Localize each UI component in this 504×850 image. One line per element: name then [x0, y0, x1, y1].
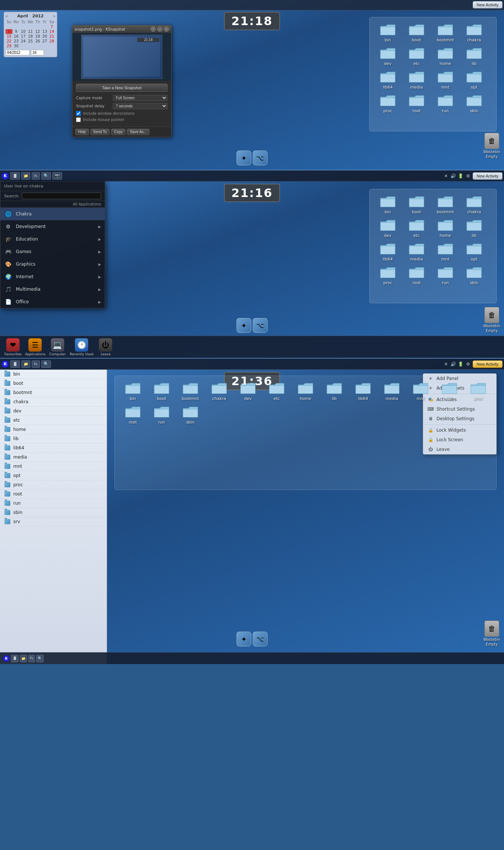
folder-item-media[interactable]: media	[402, 240, 431, 264]
file-list-item-etc[interactable]: etc	[0, 416, 107, 425]
folder-item-run[interactable]: run	[431, 264, 460, 287]
folder-item-sbin[interactable]: sbin	[460, 264, 489, 287]
folder-item-lib64[interactable]: lib64	[349, 380, 377, 403]
folder-item-sbin[interactable]: sbin	[460, 92, 489, 115]
cal-day[interactable]: 24	[20, 39, 27, 44]
folder-item-proc[interactable]: proc	[373, 264, 402, 287]
folder-item-opt[interactable]: opt	[460, 240, 489, 264]
folder-item-run[interactable]: run	[431, 92, 460, 115]
folder-item-home[interactable]: home	[431, 217, 460, 240]
new-activity-button-1[interactable]: New Activity	[473, 1, 503, 8]
file-list-item-proc[interactable]: proc	[0, 480, 107, 490]
take-snapshot-btn[interactable]: Take a New Snapshot	[76, 84, 168, 92]
folder-item-home[interactable]: home	[291, 380, 320, 403]
dock-item-apps[interactable]: ☰ Applications	[25, 338, 45, 356]
folder-item-bootmnt[interactable]: bootmnt	[176, 380, 205, 403]
cal-day[interactable]: 9	[13, 29, 20, 34]
folder-item-proc[interactable]: proc	[464, 380, 493, 403]
win-btn-close[interactable]: ×	[164, 27, 169, 32]
cal-day[interactable]: 21	[48, 34, 55, 39]
dock-item-fav[interactable]: ❤ Favourites	[4, 338, 22, 356]
menu-item-internet[interactable]: 🌍 Internet ▶	[0, 270, 105, 283]
folder-item-etc[interactable]: etc	[262, 380, 291, 403]
dock-item-computer[interactable]: 💻 Computer	[48, 338, 67, 356]
cal-day[interactable]: 18	[27, 34, 34, 39]
file-list-item-srv[interactable]: srv	[0, 517, 107, 526]
file-list-item-sbin[interactable]: sbin	[0, 508, 107, 517]
panel-search-btn-2[interactable]: 🔍	[41, 172, 51, 180]
cal-day[interactable]: 13	[41, 29, 48, 34]
menu-item-office[interactable]: 📄 Office ▶	[0, 296, 105, 308]
folder-item-bin[interactable]: bin	[118, 380, 147, 403]
folder-item-home[interactable]: home	[431, 45, 460, 68]
volume-icon-2[interactable]: 🔊	[451, 173, 456, 179]
cal-day[interactable]: 29	[6, 44, 13, 48]
cal-day[interactable]: 10	[20, 29, 27, 34]
settings-icon-3[interactable]: ⚙	[465, 361, 471, 367]
panel-ps-btn-3[interactable]: Ps	[32, 360, 40, 368]
dock-item-recent[interactable]: 🕐 Recently Used	[70, 338, 93, 356]
folder-item-root[interactable]: root	[118, 403, 147, 427]
folder-item-bin[interactable]: bin	[373, 21, 402, 45]
new-activity-button-3[interactable]: New Activity	[473, 360, 503, 368]
file-list-item-bin[interactable]: bin	[0, 370, 107, 379]
folder-item-chakra[interactable]: chakra	[460, 21, 489, 45]
file-list-item-dev[interactable]: dev	[0, 407, 107, 416]
snapshot-delay-select[interactable]: 7 seconds	[113, 103, 168, 109]
cal-day[interactable]: 28	[48, 39, 55, 44]
file-list-item-media[interactable]: media	[0, 453, 107, 462]
panel-btn-3b-3[interactable]: Ps	[28, 655, 35, 662]
file-list-item-root[interactable]: root	[0, 490, 107, 499]
cal-day[interactable]: 7	[48, 24, 55, 29]
cal-day[interactable]: 22	[6, 39, 13, 44]
task-icon-compass-2[interactable]: ✦	[237, 318, 251, 333]
file-list-item-opt[interactable]: opt	[0, 471, 107, 480]
menu-item-development[interactable]: ⚙️ Development ▶	[0, 220, 105, 233]
kde-logo-3b[interactable]: K	[3, 655, 10, 662]
include-decorations-check[interactable]	[76, 111, 81, 116]
cal-day[interactable]: 8	[6, 29, 13, 34]
cal-day[interactable]: 23	[13, 39, 20, 44]
folder-item-boot[interactable]: boot	[402, 21, 431, 45]
folder-item-etc[interactable]: etc	[402, 45, 431, 68]
volume-icon-3[interactable]: 🔊	[451, 361, 456, 367]
win-btn-menu[interactable]: ?	[151, 27, 156, 32]
menu-item-games[interactable]: 🎮 Games ▶	[0, 245, 105, 258]
folder-item-lib64[interactable]: lib64	[373, 68, 402, 92]
cal-day[interactable]: 19	[34, 34, 41, 39]
cal-day[interactable]: 11	[27, 29, 34, 34]
folder-item-media[interactable]: media	[377, 380, 406, 403]
cal-day[interactable]: 12	[34, 29, 41, 34]
wastebin-3[interactable]: 🗑 Wastebin Empty	[483, 621, 500, 646]
settings-icon-2[interactable]: ⚙	[465, 173, 471, 179]
folder-item-bootmnt[interactable]: bootmnt	[431, 21, 460, 45]
help-btn[interactable]: Help	[75, 129, 89, 135]
cal-time-input-1[interactable]	[31, 50, 44, 55]
capture-mode-select[interactable]: Full Screen	[113, 95, 168, 101]
file-list-item-run[interactable]: run	[0, 499, 107, 508]
folder-item-proc[interactable]: proc	[373, 92, 402, 115]
folder-item-dev[interactable]: dev	[373, 217, 402, 240]
cal-prev-1[interactable]: <	[6, 14, 8, 18]
folder-item-bootmnt[interactable]: bootmnt	[431, 193, 460, 217]
copy-btn[interactable]: Copy	[111, 129, 125, 135]
folder-item-opt[interactable]: opt	[460, 68, 489, 92]
panel-capture-btn-2[interactable]: 📷	[52, 172, 62, 180]
cal-day[interactable]: 27	[41, 39, 48, 44]
new-activity-button-2[interactable]: New Activity	[473, 172, 503, 180]
cal-day[interactable]: 25	[27, 39, 34, 44]
task-icon-terminal-2[interactable]: ⌥	[253, 318, 267, 333]
file-list-item-boot[interactable]: boot	[0, 379, 107, 388]
folder-item-lib[interactable]: lib	[460, 217, 489, 240]
save-as-btn[interactable]: Save As...	[127, 129, 149, 135]
panel-btn-3b-4[interactable]: 🔍	[36, 655, 44, 662]
task-icon-compass-3[interactable]: ✦	[237, 632, 251, 646]
cal-day[interactable]: 16	[13, 34, 20, 39]
folder-item-media[interactable]: media	[402, 68, 431, 92]
cal-day[interactable]: 20	[41, 34, 48, 39]
cal-day[interactable]: 26	[34, 39, 41, 44]
menu-item-graphics[interactable]: 🎨 Graphics ▶	[0, 258, 105, 270]
menu-search-input[interactable]	[22, 193, 101, 199]
panel-btn-3b-1[interactable]: ▐▌	[11, 655, 18, 662]
folder-item-lib[interactable]: lib	[320, 380, 349, 403]
